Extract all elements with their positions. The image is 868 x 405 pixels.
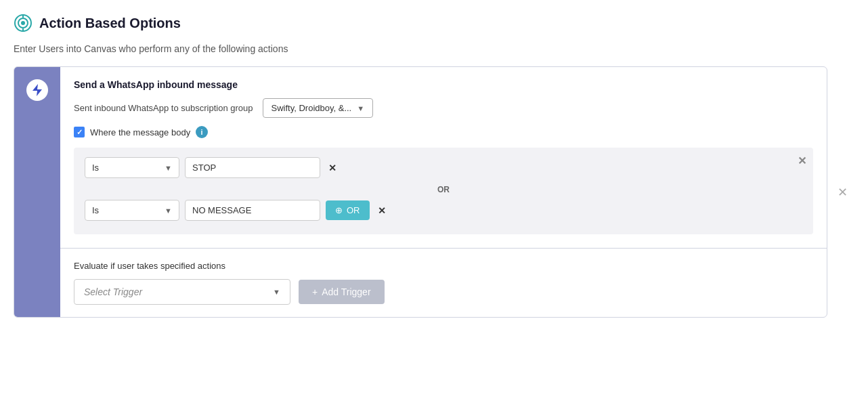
trigger-row: Select Trigger ▼ + Add Trigger bbox=[74, 279, 813, 305]
or-button[interactable]: ⊕ OR bbox=[326, 200, 370, 220]
filter-select-1-value: Is bbox=[92, 163, 99, 173]
filter-box-close[interactable]: ✕ bbox=[798, 154, 806, 167]
filter-select-2[interactable]: Is ▼ bbox=[85, 200, 179, 221]
filter-select-1[interactable]: Is ▼ bbox=[85, 157, 179, 178]
message-body-checkbox[interactable] bbox=[74, 127, 85, 137]
select-trigger-dropdown[interactable]: Select Trigger ▼ bbox=[74, 279, 290, 305]
message-body-checkbox-row: Where the message body i bbox=[74, 126, 813, 138]
evaluate-section: Evaluate if user takes specified actions… bbox=[60, 249, 827, 317]
add-trigger-button[interactable]: + Add Trigger bbox=[299, 280, 385, 304]
action-section-label: Send a WhatsApp inbound message bbox=[74, 79, 813, 90]
filter-box: Is ▼ ✕ OR Is ▼ bbox=[74, 148, 813, 234]
or-btn-label: OR bbox=[347, 205, 360, 215]
add-trigger-icon: + bbox=[312, 286, 318, 297]
main-card-wrapper: Send a WhatsApp inbound message Sent inb… bbox=[14, 66, 827, 318]
subscription-row: Sent inbound WhatsApp to subscription gr… bbox=[74, 98, 813, 118]
message-body-label: Where the message body bbox=[90, 127, 190, 137]
evaluate-label: Evaluate if user takes specified actions bbox=[74, 261, 813, 271]
filter-row-2-close[interactable]: ✕ bbox=[375, 204, 389, 217]
filter-input-1[interactable] bbox=[185, 157, 320, 178]
sidebar-stripe bbox=[14, 67, 60, 317]
filter-chevron-2: ▼ bbox=[165, 207, 172, 215]
card-outer-close[interactable]: ✕ bbox=[838, 185, 848, 200]
or-btn-icon: ⊕ bbox=[335, 205, 343, 215]
info-icon[interactable]: i bbox=[196, 126, 208, 138]
subscription-dropdown[interactable]: Swifty, Droidboy, &... ▼ bbox=[263, 98, 374, 118]
filter-row-1: Is ▼ ✕ bbox=[85, 157, 802, 178]
card-content: Send a WhatsApp inbound message Sent inb… bbox=[60, 67, 827, 317]
subtitle: Enter Users into Canvas who perform any … bbox=[14, 43, 854, 54]
svg-point-2 bbox=[21, 21, 25, 25]
page-title: Action Based Options bbox=[39, 16, 181, 31]
select-trigger-placeholder: Select Trigger bbox=[84, 286, 142, 297]
or-divider: OR bbox=[85, 182, 802, 197]
action-section: Send a WhatsApp inbound message Sent inb… bbox=[60, 67, 827, 249]
filter-select-2-value: Is bbox=[92, 205, 99, 215]
filter-chevron-1: ▼ bbox=[165, 164, 172, 172]
filter-input-2[interactable] bbox=[185, 200, 320, 221]
filter-row-1-close[interactable]: ✕ bbox=[326, 161, 339, 175]
target-icon bbox=[14, 14, 32, 33]
subscription-value: Swifty, Droidboy, &... bbox=[272, 103, 352, 113]
add-trigger-label: Add Trigger bbox=[322, 286, 370, 297]
lightning-icon bbox=[26, 79, 48, 101]
subscription-text: Sent inbound WhatsApp to subscription gr… bbox=[74, 103, 253, 113]
page-header: Action Based Options bbox=[14, 14, 854, 33]
chevron-down-icon: ▼ bbox=[357, 104, 364, 112]
main-card: Send a WhatsApp inbound message Sent inb… bbox=[14, 66, 827, 318]
select-trigger-chevron: ▼ bbox=[273, 288, 280, 296]
filter-row-2: Is ▼ ⊕ OR ✕ bbox=[85, 200, 802, 221]
card-body: Send a WhatsApp inbound message Sent inb… bbox=[14, 67, 827, 317]
